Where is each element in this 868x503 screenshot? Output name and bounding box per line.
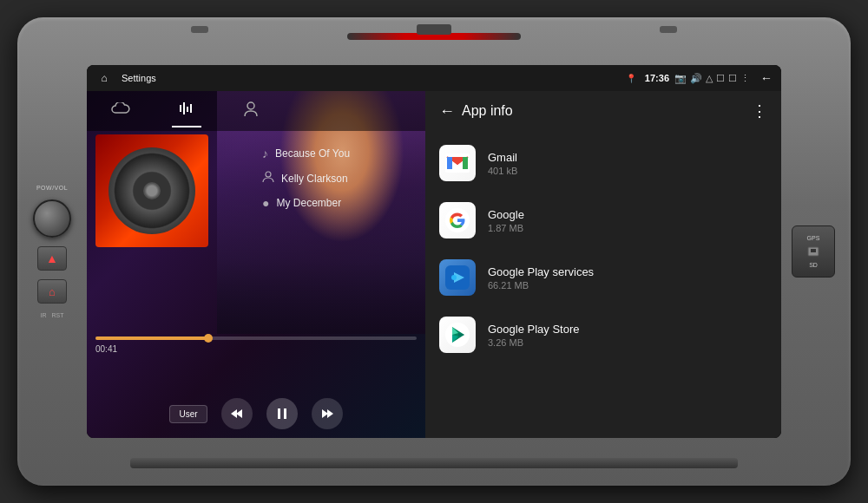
status-time: 17:36 bbox=[645, 73, 669, 83]
screen: ⌂ Settings 📍 17:36 📷 🔊 △ ☐ ☐ ⋮ ← bbox=[87, 65, 781, 438]
status-title: Settings bbox=[118, 73, 621, 83]
side-controls-right: GPS SD bbox=[792, 225, 835, 278]
track-item-1[interactable]: ♪ Because Of You bbox=[259, 141, 418, 166]
artist-icon bbox=[262, 171, 274, 186]
google-name: Google bbox=[488, 208, 767, 221]
track-list: ♪ Because Of You Kelly Clarkson bbox=[252, 134, 425, 222]
progress-bar[interactable] bbox=[95, 336, 417, 340]
gps-app-icon bbox=[439, 259, 476, 296]
nav-icon3: ☐ bbox=[728, 73, 737, 84]
google-svg bbox=[445, 208, 470, 232]
app-panel-back-button[interactable]: ← bbox=[439, 102, 455, 121]
track-name-3: My December bbox=[276, 197, 341, 209]
svg-rect-3 bbox=[183, 102, 185, 114]
gmail-size: 401 kB bbox=[488, 166, 767, 176]
car-unit: POW/VOL ▲ ⌂ IR RST GPS SD ⌂ Settings 📍 1… bbox=[17, 17, 851, 486]
svg-rect-16 bbox=[463, 157, 468, 169]
app-item-google[interactable]: Google 1.87 MB bbox=[425, 192, 781, 249]
app-panel: ← App info ⋮ bbox=[425, 91, 781, 438]
google-size: 1.87 MB bbox=[488, 223, 767, 233]
track-name-1: Because Of You bbox=[275, 147, 350, 160]
store-svg bbox=[445, 323, 470, 347]
playback-controls: User bbox=[87, 398, 425, 429]
app-panel-header: ← App info ⋮ bbox=[425, 91, 781, 131]
home-icon[interactable]: ⌂ bbox=[95, 69, 113, 87]
status-bar: ⌂ Settings 📍 17:36 📷 🔊 △ ☐ ☐ ⋮ ← bbox=[87, 65, 781, 91]
progress-fill bbox=[95, 336, 208, 340]
app-item-gps[interactable]: Google Play services 66.21 MB bbox=[425, 249, 781, 306]
volume-knob[interactable] bbox=[33, 199, 71, 238]
nav-icon1: △ bbox=[706, 73, 713, 84]
google-icon bbox=[439, 202, 476, 238]
gps-size: 66.21 MB bbox=[488, 280, 767, 291]
store-size: 3.26 MB bbox=[488, 337, 767, 348]
top-indicator-left bbox=[191, 26, 208, 33]
pause-icon bbox=[275, 407, 289, 421]
pow-vol-label: POW/VOL bbox=[36, 185, 68, 191]
eject-button[interactable]: ▲ bbox=[37, 246, 67, 271]
status-icons: 📷 🔊 △ ☐ ☐ ⋮ bbox=[674, 73, 750, 84]
music-panel: ♪ Because Of You Kelly Clarkson bbox=[87, 91, 425, 438]
side-controls-left: POW/VOL ▲ ⌂ IR RST bbox=[33, 185, 71, 318]
gps-sd-button[interactable]: GPS SD bbox=[792, 225, 835, 278]
gps-info: Google Play services 66.21 MB bbox=[488, 265, 767, 291]
svg-marker-12 bbox=[322, 409, 328, 418]
cloud-icon bbox=[111, 102, 130, 116]
store-icon bbox=[439, 317, 476, 353]
prev-button[interactable] bbox=[221, 398, 253, 429]
svg-rect-1 bbox=[811, 249, 816, 252]
home-button[interactable]: ⌂ bbox=[37, 279, 67, 304]
bottom-frame bbox=[130, 458, 738, 468]
next-icon bbox=[321, 408, 333, 420]
tab-bar bbox=[87, 91, 425, 131]
svg-point-7 bbox=[266, 172, 271, 177]
gmail-icon bbox=[439, 145, 476, 181]
app-item-gmail[interactable]: Gmail 401 kB bbox=[425, 134, 781, 192]
next-button[interactable] bbox=[312, 398, 343, 429]
more-icon: ⋮ bbox=[740, 73, 750, 84]
tab-equalizer[interactable] bbox=[172, 95, 201, 127]
volume-icon: 🔊 bbox=[690, 73, 702, 84]
svg-rect-10 bbox=[278, 408, 280, 419]
progress-area: 00:41 bbox=[95, 336, 417, 356]
location-icon: 📍 bbox=[626, 74, 636, 83]
album-disc bbox=[108, 147, 195, 234]
svg-rect-5 bbox=[190, 104, 192, 113]
ir-rst-labels: IR RST bbox=[41, 312, 64, 318]
app-list: Gmail 401 kB bbox=[425, 131, 781, 438]
track-item-3[interactable]: ● My December bbox=[259, 191, 418, 215]
nav-icon2: ☐ bbox=[716, 73, 725, 84]
person-icon bbox=[243, 101, 259, 117]
svg-point-6 bbox=[247, 102, 254, 109]
play-pause-button[interactable] bbox=[266, 398, 298, 429]
top-bump bbox=[417, 24, 451, 35]
gps-label: GPS bbox=[807, 234, 820, 242]
gps-name: Google Play services bbox=[488, 265, 767, 278]
tab-cloud[interactable] bbox=[104, 95, 137, 127]
track-item-2[interactable]: Kelly Clarkson bbox=[259, 166, 418, 191]
gmail-svg bbox=[445, 154, 470, 173]
app-item-store[interactable]: Google Play Store 3.26 MB bbox=[425, 306, 781, 363]
prev-icon bbox=[231, 408, 243, 420]
store-info: Google Play Store 3.26 MB bbox=[488, 323, 767, 348]
svg-marker-8 bbox=[236, 409, 242, 418]
svg-marker-13 bbox=[327, 409, 333, 418]
ir-label: IR bbox=[41, 312, 47, 318]
person-small-icon bbox=[262, 171, 274, 183]
app-panel-menu-button[interactable]: ⋮ bbox=[752, 101, 767, 121]
rst-label: RST bbox=[52, 312, 64, 318]
back-button[interactable]: ← bbox=[760, 71, 773, 85]
google-info: Google 1.87 MB bbox=[488, 208, 767, 233]
top-indicator-right bbox=[660, 26, 677, 33]
gmail-info: Gmail 401 kB bbox=[488, 151, 767, 176]
store-name: Google Play Store bbox=[488, 323, 767, 336]
tab-person[interactable] bbox=[236, 95, 266, 127]
svg-rect-2 bbox=[180, 105, 181, 112]
svg-rect-4 bbox=[187, 107, 188, 112]
progress-time: 00:41 bbox=[95, 344, 117, 354]
note-icon: ♪ bbox=[262, 147, 268, 160]
user-button[interactable]: User bbox=[169, 405, 207, 423]
sd-label: SD bbox=[809, 261, 818, 269]
svg-point-20 bbox=[451, 275, 457, 280]
svg-rect-15 bbox=[447, 157, 452, 169]
